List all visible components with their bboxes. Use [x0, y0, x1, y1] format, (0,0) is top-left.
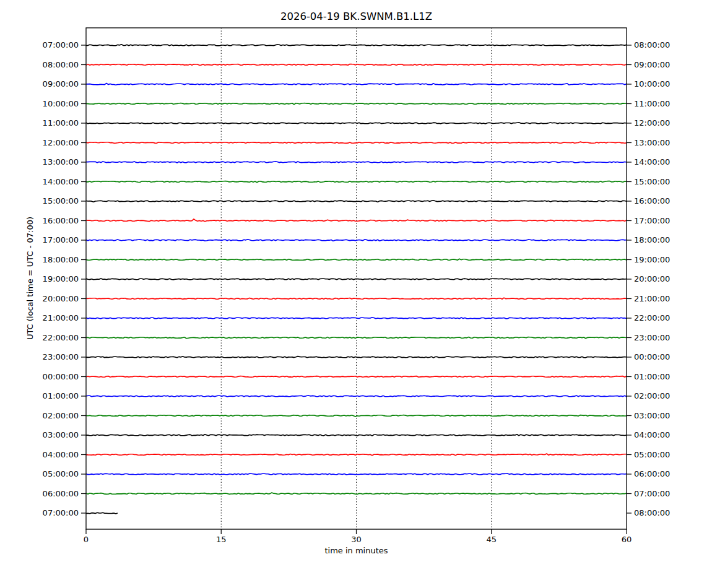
- seismogram-trace: [86, 64, 627, 66]
- left-time-label: 06:00:00: [0, 489, 79, 499]
- left-time-label: 07:00:00: [0, 40, 79, 50]
- right-time-label: 18:00:00: [634, 235, 690, 245]
- x-tick-label: 45: [473, 535, 510, 545]
- right-time-label: 20:00:00: [634, 274, 690, 284]
- left-time-label: 13:00:00: [0, 157, 79, 167]
- left-time-label: 05:00:00: [0, 469, 79, 479]
- right-time-label: 08:00:00: [634, 40, 690, 50]
- left-time-label: 23:00:00: [0, 352, 79, 362]
- seismogram-trace: [86, 396, 627, 397]
- dayplot-figure: 2026-04-19 BK.SWNM.B1.L1Z UTC (local tim…: [0, 0, 712, 588]
- right-time-label: 04:00:00: [634, 430, 690, 440]
- left-time-label: 20:00:00: [0, 294, 79, 304]
- seismogram-trace: [86, 298, 627, 299]
- right-time-label: 03:00:00: [634, 411, 690, 421]
- right-time-label: 11:00:00: [634, 99, 690, 109]
- left-time-label: 01:00:00: [0, 391, 79, 401]
- left-time-label: 00:00:00: [0, 372, 79, 382]
- seismogram-trace: [86, 512, 118, 514]
- seismogram-trace: [86, 337, 627, 338]
- left-time-label: 11:00:00: [0, 118, 79, 128]
- left-time-label: 03:00:00: [0, 430, 79, 440]
- seismogram-trace: [86, 279, 627, 280]
- right-time-label: 10:00:00: [634, 79, 690, 89]
- right-time-label: 15:00:00: [634, 177, 690, 187]
- right-time-label: 07:00:00: [634, 489, 690, 499]
- seismogram-trace: [86, 454, 627, 456]
- right-time-label: 12:00:00: [634, 118, 690, 128]
- plot-area: [0, 0, 712, 588]
- seismogram-trace: [86, 84, 627, 85]
- left-time-label: 21:00:00: [0, 313, 79, 323]
- left-time-label: 08:00:00: [0, 60, 79, 70]
- left-time-label: 07:00:00: [0, 508, 79, 518]
- left-time-label: 18:00:00: [0, 255, 79, 265]
- left-time-label: 12:00:00: [0, 138, 79, 148]
- x-tick-label: 15: [202, 535, 240, 545]
- right-time-label: 19:00:00: [634, 255, 690, 265]
- x-tick-label: 30: [338, 535, 375, 545]
- right-time-label: 00:00:00: [634, 352, 690, 362]
- right-time-label: 13:00:00: [634, 138, 690, 148]
- x-tick-label: 0: [67, 535, 105, 545]
- right-time-label: 23:00:00: [634, 333, 690, 343]
- right-time-label: 02:00:00: [634, 391, 690, 401]
- right-time-label: 16:00:00: [634, 196, 690, 206]
- x-tick-label: 60: [608, 535, 645, 545]
- left-time-label: 15:00:00: [0, 196, 79, 206]
- seismogram-trace: [86, 318, 627, 319]
- left-time-label: 04:00:00: [0, 450, 79, 460]
- left-time-label: 16:00:00: [0, 216, 79, 226]
- right-time-label: 21:00:00: [634, 294, 690, 304]
- right-time-label: 22:00:00: [634, 313, 690, 323]
- left-time-label: 10:00:00: [0, 99, 79, 109]
- left-time-label: 22:00:00: [0, 333, 79, 343]
- right-time-label: 06:00:00: [634, 469, 690, 479]
- left-time-label: 14:00:00: [0, 177, 79, 187]
- right-time-label: 17:00:00: [634, 216, 690, 226]
- right-time-label: 01:00:00: [634, 372, 690, 382]
- left-time-label: 17:00:00: [0, 235, 79, 245]
- right-time-label: 09:00:00: [634, 60, 690, 70]
- seismogram-trace: [86, 123, 627, 124]
- right-time-label: 14:00:00: [634, 157, 690, 167]
- right-time-label: 05:00:00: [634, 450, 690, 460]
- left-time-label: 19:00:00: [0, 274, 79, 284]
- seismogram-trace: [86, 376, 627, 378]
- seismogram-trace: [86, 103, 627, 104]
- right-time-label: 08:00:00: [634, 508, 690, 518]
- left-time-label: 09:00:00: [0, 79, 79, 89]
- left-time-label: 02:00:00: [0, 411, 79, 421]
